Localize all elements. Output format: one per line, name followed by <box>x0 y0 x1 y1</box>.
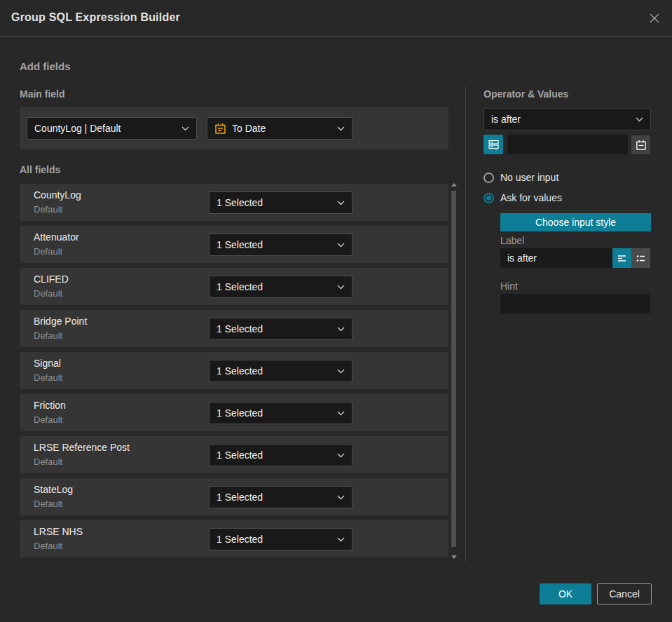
dialog-title: Group SQL Expression Builder <box>11 11 180 24</box>
chevron-down-icon <box>337 126 345 131</box>
field-values-selected-count: 1 Selected <box>217 323 333 334</box>
field-values-select[interactable]: 1 Selected <box>209 360 352 382</box>
field-name: CountyLog <box>34 189 81 201</box>
field-row: Bridge Point Default 1 Selected <box>20 310 448 347</box>
field-values-selected-count: 1 Selected <box>217 197 333 208</box>
field-default-label: Default <box>34 457 62 467</box>
field-name: Attenuator <box>34 231 79 243</box>
dialog-header: Group SQL Expression Builder <box>0 0 672 36</box>
main-field-date-select-value: To Date <box>232 123 333 134</box>
list-style-button[interactable] <box>631 248 650 268</box>
radio-circle-checked-icon <box>484 193 494 203</box>
field-default-label: Default <box>34 541 62 551</box>
field-values-select[interactable]: 1 Selected <box>209 234 352 256</box>
chevron-down-icon <box>337 411 345 416</box>
close-button[interactable] <box>647 11 662 26</box>
field-name: Bridge Point <box>34 316 87 327</box>
add-fields-heading: Add fields <box>20 60 71 72</box>
field-row: LRSE NHS Default 1 Selected <box>20 520 448 557</box>
cancel-button[interactable]: Cancel <box>597 583 652 604</box>
field-name: LRSE Reference Post <box>34 442 130 453</box>
field-default-label: Default <box>34 246 62 257</box>
chevron-down-icon <box>337 327 345 332</box>
chevron-down-icon <box>337 495 345 500</box>
group-sql-expression-builder-dialog: Group SQL Expression Builder Add fields … <box>0 0 672 622</box>
radio-ask-for-values-label: Ask for values <box>500 192 562 203</box>
field-row: LRSE Reference Post Default 1 Selected <box>20 436 448 473</box>
field-row: Signal Default 1 Selected <box>20 352 448 389</box>
main-field-select[interactable]: CountyLog | Default <box>27 117 197 140</box>
field-name: CLIFED <box>34 273 69 285</box>
input-type-stack-icon <box>488 139 500 151</box>
field-name: StateLog <box>34 484 73 495</box>
choose-input-style-button[interactable]: Choose input style <box>500 213 651 231</box>
hint-input[interactable] <box>500 294 650 313</box>
field-row: CountyLog Default 1 Selected <box>20 184 448 221</box>
list-scrollbar[interactable] <box>451 181 457 561</box>
scrollbar-thumb[interactable] <box>451 191 456 547</box>
close-icon <box>648 12 661 25</box>
field-values-selected-count: 1 Selected <box>217 449 333 461</box>
chevron-down-icon <box>337 369 345 374</box>
field-values-select[interactable]: 1 Selected <box>209 191 352 214</box>
field-values-select[interactable]: 1 Selected <box>209 276 352 298</box>
field-default-label: Default <box>34 330 62 341</box>
field-values-selected-count: 1 Selected <box>217 407 333 419</box>
field-row: CLIFED Default 1 Selected <box>20 268 448 305</box>
bullet-list-icon <box>636 253 646 264</box>
calendar-icon <box>636 140 647 151</box>
chevron-down-icon <box>181 126 189 131</box>
ok-button[interactable]: OK <box>540 583 591 604</box>
main-field-panel: CountyLog | Default To Date <box>20 107 448 149</box>
input-type-button[interactable] <box>484 135 503 154</box>
all-fields-list: CountyLog Default 1 Selected Attenuator … <box>20 184 448 562</box>
panel-divider <box>465 87 466 561</box>
chevron-down-icon <box>337 453 345 458</box>
chevron-down-icon <box>337 243 345 248</box>
all-fields-heading: All fields <box>20 164 60 175</box>
field-values-select[interactable]: 1 Selected <box>209 318 352 340</box>
field-values-selected-count: 1 Selected <box>217 534 333 545</box>
operator-values-heading: Operator & Values <box>484 88 568 100</box>
field-values-selected-count: 1 Selected <box>217 239 333 250</box>
radio-ask-for-values[interactable]: Ask for values <box>484 192 562 203</box>
operator-select-value: is after <box>491 114 631 125</box>
field-values-select[interactable]: 1 Selected <box>209 402 352 424</box>
field-name: LRSE NHS <box>34 526 83 537</box>
hint-field-label: Hint <box>500 280 518 292</box>
chevron-down-icon <box>337 285 345 290</box>
main-field-select-value: CountyLog | Default <box>34 123 177 134</box>
chevron-down-icon <box>337 537 345 542</box>
field-row: Friction Default 1 Selected <box>20 394 448 431</box>
chevron-down-icon <box>636 117 643 122</box>
field-default-label: Default <box>34 372 62 383</box>
field-values-selected-count: 1 Selected <box>217 281 333 292</box>
align-left-icon <box>617 253 627 264</box>
single-value-style-button[interactable] <box>612 248 631 268</box>
main-field-date-select[interactable]: To Date <box>207 117 352 140</box>
field-row: StateLog Default 1 Selected <box>20 478 448 515</box>
radio-no-user-input[interactable]: No user input <box>484 172 558 183</box>
field-default-label: Default <box>34 499 62 509</box>
radio-no-user-input-label: No user input <box>500 172 558 183</box>
field-values-select[interactable]: 1 Selected <box>209 528 352 550</box>
scrollbar-down-arrow-icon[interactable] <box>451 554 457 561</box>
chevron-down-icon <box>337 201 345 205</box>
label-input[interactable] <box>500 248 612 268</box>
field-default-label: Default <box>34 288 62 299</box>
field-values-selected-count: 1 Selected <box>217 492 333 503</box>
field-values-selected-count: 1 Selected <box>217 365 333 377</box>
field-values-select[interactable]: 1 Selected <box>209 486 352 508</box>
scrollbar-up-arrow-icon[interactable] <box>451 181 457 188</box>
calendar-icon <box>214 123 226 135</box>
label-field-label: Label <box>500 235 524 246</box>
operator-select[interactable]: is after <box>484 108 651 130</box>
radio-circle-icon <box>484 173 494 183</box>
field-values-select[interactable]: 1 Selected <box>209 444 352 466</box>
field-name: Signal <box>34 358 61 369</box>
value-input[interactable] <box>507 135 628 154</box>
field-default-label: Default <box>34 414 62 425</box>
field-name: Friction <box>34 400 66 411</box>
date-picker-button[interactable] <box>631 135 650 154</box>
field-default-label: Default <box>34 204 62 215</box>
